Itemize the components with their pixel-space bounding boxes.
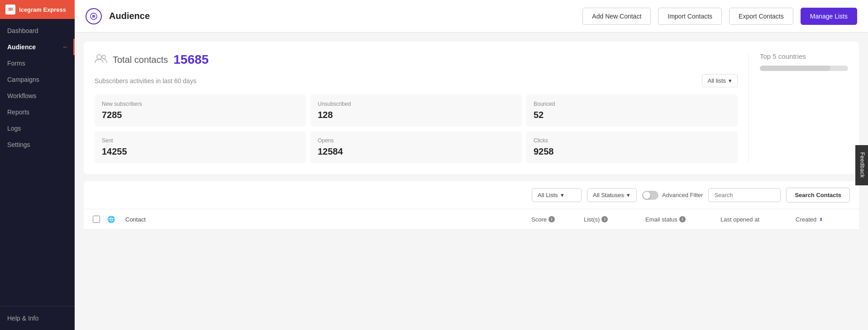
sidebar-item-campaigns[interactable]: Campaigns [0, 71, 75, 88]
sidebar-logo[interactable]: ✉ Icegram Express [0, 0, 75, 19]
stat-new-subscribers: New subscribers 7285 [95, 94, 306, 127]
stat-clicks: Clicks 9258 [526, 131, 738, 163]
stats-right: Top 5 countries [749, 52, 848, 163]
stat-label-clicks: Clicks [534, 137, 730, 144]
toggle-switch[interactable] [642, 191, 658, 200]
filter-row: All Lists ▾ All Statuses ▾ Advanced Filt… [84, 181, 859, 209]
feedback-label: Feedback [859, 152, 866, 178]
page-title: Audience [109, 11, 575, 21]
chevron-down-icon: ▾ [729, 77, 732, 84]
top5-bar-container [760, 66, 848, 71]
sidebar-item-label: Dashboard [7, 27, 38, 34]
stat-label-new-subscribers: New subscribers [102, 101, 299, 107]
import-contacts-button[interactable]: Import Contacts [658, 8, 722, 25]
search-contacts-button[interactable]: Search Contacts [786, 188, 850, 203]
top5-bar [760, 66, 830, 71]
all-lists-label: All lists [708, 77, 726, 84]
stat-sent: Sent 14255 [95, 131, 306, 163]
all-statuses-filter-label: All Statuses [593, 192, 624, 198]
total-contacts-row: Total contacts 15685 [95, 52, 738, 67]
sort-icon: ⬆ [819, 217, 823, 222]
svg-point-5 [102, 55, 105, 59]
sidebar-nav: Dashboard Audience ← Forms Campaigns Wor… [0, 19, 75, 306]
total-contacts-value: 15685 [173, 52, 209, 67]
col-score-label: Score [531, 216, 547, 223]
stat-label-sent: Sent [102, 137, 299, 144]
sidebar-item-label: Reports [7, 108, 29, 116]
activities-label: Subscribers activities in last 60 days [95, 77, 196, 85]
contacts-group-icon [95, 53, 107, 66]
sidebar-item-help-info[interactable]: Help & Info [0, 310, 75, 326]
main-content: Audience Add New Contact Import Contacts… [75, 0, 868, 330]
stats-left: Total contacts 15685 Subscribers activit… [95, 52, 738, 163]
table-header: 🌐 Contact Score i List(s) i Email status… [84, 209, 859, 230]
contacts-table-section: All Lists ▾ All Statuses ▾ Advanced Filt… [84, 181, 859, 230]
sidebar-item-label: Campaigns [7, 76, 39, 83]
col-contact: Contact [125, 216, 524, 223]
lists-info-icon[interactable]: i [601, 216, 608, 222]
sidebar-bottom: Help & Info [0, 306, 75, 330]
advanced-filter-toggle[interactable]: Advanced Filter [642, 191, 703, 200]
email-status-info-icon[interactable]: i [679, 216, 686, 222]
stat-value-opens: 12584 [318, 146, 515, 157]
logo-label: Icegram Express [19, 6, 66, 13]
all-lists-filter-label: All Lists [538, 192, 558, 198]
stat-value-bounced: 52 [534, 110, 730, 120]
col-created[interactable]: Created ⬆ [796, 216, 850, 223]
col-lists: List(s) i [584, 216, 638, 223]
active-arrow-icon: ← [62, 43, 69, 51]
stat-opens: Opens 12584 [310, 131, 522, 163]
stat-value-clicks: 9258 [534, 146, 730, 157]
col-email-status: Email status i [645, 216, 713, 223]
all-statuses-filter[interactable]: All Statuses ▾ [587, 188, 637, 202]
score-info-icon[interactable]: i [548, 216, 555, 222]
total-contacts-label: Total contacts [113, 55, 168, 65]
content-area: Total contacts 15685 Subscribers activit… [75, 33, 868, 330]
all-lists-dropdown[interactable]: All lists ▾ [702, 74, 738, 87]
toggle-knob [643, 192, 650, 199]
svg-point-4 [97, 55, 101, 59]
add-new-contact-button[interactable]: Add New Contact [582, 8, 651, 25]
topbar-menu-icon [86, 8, 102, 24]
sidebar-item-label: Audience [7, 43, 36, 51]
col-last-opened-label: Last opened at [720, 216, 759, 223]
export-contacts-button[interactable]: Export Contacts [729, 8, 793, 25]
globe-icon: 🌐 [107, 216, 118, 223]
search-input[interactable] [708, 188, 781, 202]
sidebar-item-dashboard[interactable]: Dashboard [0, 23, 75, 39]
col-email-status-label: Email status [645, 216, 677, 223]
sidebar-item-label: Logs [7, 125, 21, 132]
sidebar-item-reports[interactable]: Reports [0, 104, 75, 120]
col-created-label: Created [796, 216, 816, 223]
stat-label-opens: Opens [318, 137, 515, 144]
top5-title: Top 5 countries [760, 52, 848, 60]
sidebar-item-workflows[interactable]: Workflows [0, 88, 75, 104]
sidebar-item-label: Workflows [7, 92, 36, 99]
all-lists-filter[interactable]: All Lists ▾ [532, 188, 582, 202]
stats-grid: New subscribers 7285 Unsubscribed 128 Bo… [95, 94, 738, 163]
stats-card: Total contacts 15685 Subscribers activit… [84, 42, 859, 174]
feedback-tab[interactable]: Feedback [856, 145, 868, 185]
sidebar-item-logs[interactable]: Logs [0, 120, 75, 137]
sidebar-item-settings[interactable]: Settings [0, 137, 75, 153]
stat-label-bounced: Bounced [534, 101, 730, 107]
sidebar-item-label: Help & Info [7, 315, 38, 322]
sidebar: ✉ Icegram Express Dashboard Audience ← F… [0, 0, 75, 330]
select-all-checkbox[interactable] [93, 216, 100, 223]
stat-value-new-subscribers: 7285 [102, 110, 299, 120]
advanced-filter-label: Advanced Filter [662, 192, 703, 198]
stat-bounced: Bounced 52 [526, 94, 738, 127]
sidebar-item-audience[interactable]: Audience ← [0, 39, 75, 55]
stat-label-unsubscribed: Unsubscribed [318, 101, 515, 107]
topbar: Audience Add New Contact Import Contacts… [75, 0, 868, 33]
logo-icon: ✉ [5, 5, 15, 14]
col-last-opened: Last opened at [720, 216, 788, 223]
sidebar-item-label: Forms [7, 60, 25, 67]
stat-value-unsubscribed: 128 [318, 110, 515, 120]
manage-lists-button[interactable]: Manage Lists [801, 8, 857, 25]
col-score: Score i [531, 216, 577, 223]
stat-unsubscribed: Unsubscribed 128 [310, 94, 522, 127]
sidebar-item-forms[interactable]: Forms [0, 55, 75, 71]
col-contact-label: Contact [125, 216, 146, 223]
activities-header: Subscribers activities in last 60 days A… [95, 74, 738, 87]
